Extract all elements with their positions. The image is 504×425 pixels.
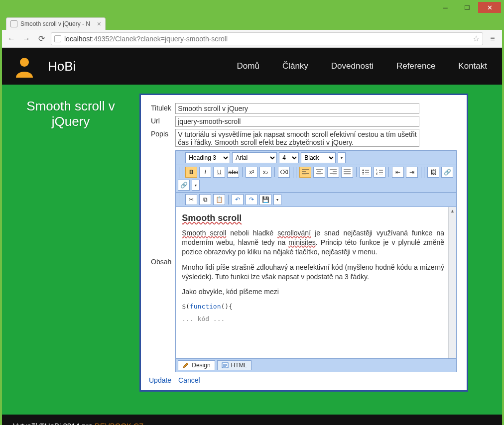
heading-select[interactable]: Heading 3 xyxy=(185,152,230,163)
toolbar-grip-icon xyxy=(179,167,182,178)
link-button[interactable]: 🔗 xyxy=(441,167,453,178)
content-para: Jako obvykle, kód píšeme mezi xyxy=(182,287,444,297)
edit-panel: Titulek Url Popis V tutoriálu si vysvětl… xyxy=(139,94,468,392)
address-bar: ← → ⟳ localhost:49352/Clanek?clanek=jque… xyxy=(2,30,502,48)
back-button[interactable]: ← xyxy=(6,33,17,44)
align-right-button[interactable] xyxy=(327,167,339,178)
scroll-up-icon[interactable]: ▲ xyxy=(449,207,456,215)
nav-articles[interactable]: Články xyxy=(282,61,308,71)
toolbar-overflow-button[interactable]: ▾ xyxy=(192,180,200,191)
favicon-icon xyxy=(10,20,17,27)
toolbar-grip-icon xyxy=(179,194,182,205)
toolbar-grip-icon xyxy=(293,167,296,178)
fontsize-select[interactable]: 4 xyxy=(279,152,299,163)
page-title: Smooth scroll v jQuery xyxy=(11,94,130,129)
label-obsah: Obsah xyxy=(149,149,173,373)
bold-button[interactable]: B xyxy=(185,167,197,178)
tab-close-icon[interactable]: × xyxy=(97,20,101,28)
url-input[interactable]: localhost:49352/Clanek?clanek=jquery-smo… xyxy=(51,32,483,45)
window-close-button[interactable]: ✕ xyxy=(478,2,501,13)
forward-button: → xyxy=(21,33,32,44)
label-popis: Popis xyxy=(149,128,173,149)
toolbar-overflow-button[interactable]: ▾ xyxy=(338,152,346,163)
strikethrough-button[interactable]: abc xyxy=(227,167,239,178)
paste-button[interactable]: 📋 xyxy=(213,194,225,205)
nav-references[interactable]: Reference xyxy=(396,61,435,71)
redo-button[interactable]: ↷ xyxy=(246,194,257,205)
toolbar-grip-icon xyxy=(179,152,182,163)
undo-button[interactable]: ↶ xyxy=(232,194,244,205)
nav-contact[interactable]: Kontakt xyxy=(458,61,487,71)
label-titulek: Titulek xyxy=(149,102,173,115)
clear-format-button[interactable]: ⌫ xyxy=(278,167,290,178)
align-justify-button[interactable] xyxy=(341,167,353,178)
rich-text-editor: Heading 3 Arial 4 Black ▾ B xyxy=(175,150,457,372)
font-select[interactable]: Arial xyxy=(232,152,277,163)
url-input-field[interactable] xyxy=(175,116,419,127)
update-link[interactable]: Update xyxy=(149,376,171,384)
nav-home[interactable]: Domů xyxy=(237,61,259,71)
titulek-input[interactable] xyxy=(175,103,419,114)
footer-link[interactable]: DEVBOOK.CZ xyxy=(95,422,143,425)
align-center-button[interactable] xyxy=(313,167,325,178)
save-button[interactable]: 💾 xyxy=(259,194,271,205)
reload-button[interactable]: ⟳ xyxy=(36,33,47,44)
content-code: $(function(){ xyxy=(182,303,444,310)
nav-skills[interactable]: Dovednosti xyxy=(331,61,374,71)
number-list-button[interactable]: 123 xyxy=(374,167,385,178)
outdent-button[interactable]: ⇤ xyxy=(392,167,404,178)
cut-button[interactable]: ✂ xyxy=(185,194,197,205)
site-footer: Vytvořil ©HoBi 2014 pro DEVBOOK.CZ xyxy=(2,415,502,425)
bullet-list-button[interactable] xyxy=(360,167,372,178)
site-header: HoBi Domů Články Dovednosti Reference Ko… xyxy=(2,48,502,85)
browser-menu-button[interactable]: ≡ xyxy=(487,34,498,43)
url-text: localhost:49352/Clanek?clanek=jquery-smo… xyxy=(64,35,470,43)
content-code: ... kód ... xyxy=(182,315,444,322)
editor-body[interactable]: Smooth scroll Smooth scroll neboli hladk… xyxy=(176,207,456,358)
content-heading: Smooth scroll xyxy=(182,213,444,223)
browser-tab[interactable]: Smooth scroll v jQuery - N × xyxy=(6,17,106,30)
svg-point-3 xyxy=(363,175,364,176)
svg-point-0 xyxy=(20,58,29,67)
subscript-button[interactable]: x₂ xyxy=(259,167,271,178)
toolbar-overflow-button[interactable]: ▾ xyxy=(273,194,281,205)
align-left-button[interactable] xyxy=(299,167,311,178)
pencil-icon xyxy=(182,362,189,369)
content-para: Mnoho lidí píše strašně zdlouhavý a neef… xyxy=(182,263,444,282)
cancel-link[interactable]: Cancel xyxy=(178,376,200,384)
underline-button[interactable]: U xyxy=(213,167,225,178)
fontcolor-select[interactable]: Black xyxy=(301,152,336,163)
html-mode-tab[interactable]: HTML xyxy=(217,360,252,370)
brand[interactable]: HoBi xyxy=(48,59,76,74)
superscript-button[interactable]: x² xyxy=(246,167,257,178)
html-icon xyxy=(222,362,229,369)
bookmark-star-icon[interactable]: ☆ xyxy=(473,34,480,43)
page-icon xyxy=(54,35,61,42)
editor-scrollbar[interactable]: ▲ xyxy=(448,207,456,358)
main-nav: Domů Články Dovednosti Reference Kontakt xyxy=(237,61,487,71)
image-button[interactable]: 🖼 xyxy=(427,167,439,178)
user-avatar-icon xyxy=(13,55,36,78)
svg-text:3: 3 xyxy=(376,174,378,175)
toolbar-grip-icon xyxy=(421,167,424,178)
copy-button[interactable]: ⧉ xyxy=(199,194,211,205)
unlink-button[interactable]: 🔗 xyxy=(178,180,190,191)
label-url: Url xyxy=(149,115,173,128)
tab-title: Smooth scroll v jQuery - N xyxy=(20,20,94,27)
design-mode-tab[interactable]: Design xyxy=(178,360,215,370)
content-para: Smooth scroll neboli hladké scrollování … xyxy=(182,228,444,257)
svg-point-1 xyxy=(363,170,364,171)
window-maximize-button[interactable]: ☐ xyxy=(456,2,478,13)
indent-button[interactable]: ⇥ xyxy=(406,167,418,178)
svg-point-2 xyxy=(363,172,364,174)
popis-textarea[interactable]: V tutoriálu si vysvětlíme jak napsat smo… xyxy=(175,129,419,147)
window-minimize-button[interactable]: ─ xyxy=(434,2,456,13)
italic-button[interactable]: I xyxy=(199,167,211,178)
